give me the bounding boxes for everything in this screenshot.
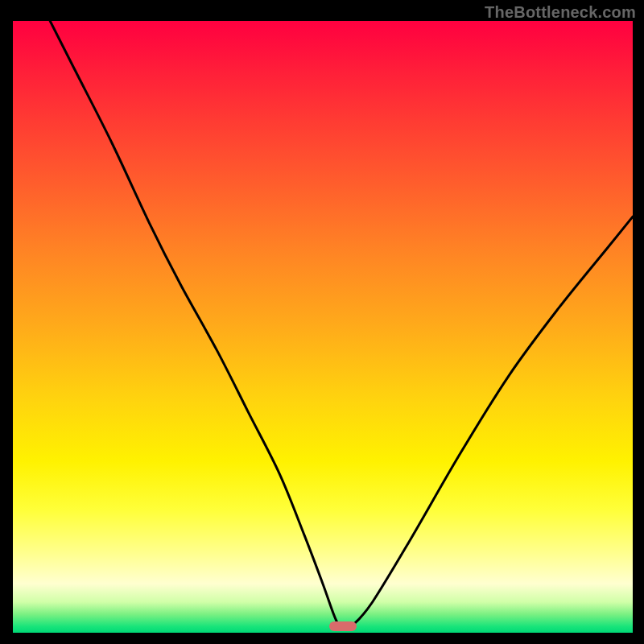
chart-frame: TheBottleneck.com bbox=[0, 0, 644, 644]
watermark-text: TheBottleneck.com bbox=[485, 3, 636, 22]
bottleneck-marker bbox=[329, 621, 357, 631]
plot-area bbox=[13, 21, 633, 633]
curve-path bbox=[50, 21, 633, 630]
bottleneck-curve bbox=[13, 21, 633, 633]
